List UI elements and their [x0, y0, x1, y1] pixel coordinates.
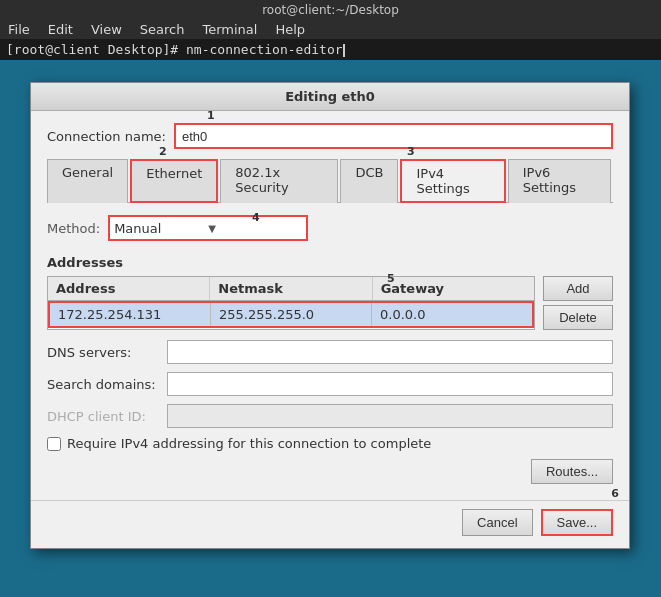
method-label: Method:: [47, 221, 100, 236]
tab-ipv4[interactable]: IPv4 Settings: [400, 159, 505, 203]
method-select[interactable]: Manual ▼: [108, 215, 308, 241]
dns-row: DNS servers:: [47, 340, 613, 364]
menu-search[interactable]: Search: [140, 22, 185, 37]
menu-view[interactable]: View: [91, 22, 122, 37]
menu-edit[interactable]: Edit: [48, 22, 73, 37]
title-bar: root@client:~/Desktop: [0, 0, 661, 20]
tab-8021x[interactable]: 802.1x Security: [220, 159, 338, 203]
menu-terminal[interactable]: Terminal: [202, 22, 257, 37]
tab-ethernet[interactable]: Ethernet: [130, 159, 218, 203]
cell-netmask: 255.255.255.0: [211, 303, 372, 326]
editing-dialog: Editing eth0 1 Connection name: 2 3 Gene…: [30, 82, 630, 549]
dhcp-label: DHCP client ID:: [47, 409, 167, 424]
title-text: root@client:~/Desktop: [262, 3, 399, 17]
tab-ipv6[interactable]: IPv6 Settings: [508, 159, 611, 203]
annotation-2: 2: [159, 145, 167, 158]
checkbox-label: Require IPv4 addressing for this connect…: [67, 436, 431, 451]
annotation-4: 4: [252, 211, 260, 224]
search-row: Search domains:: [47, 372, 613, 396]
routes-row: Routes...: [47, 459, 613, 484]
annotation-6: 6: [611, 487, 619, 500]
terminal-menu: File Edit View Search Terminal Help: [0, 20, 661, 39]
address-buttons: Add Delete: [543, 276, 613, 330]
search-input[interactable]: [167, 372, 613, 396]
dialog-footer: 6 Cancel Save...: [31, 500, 629, 548]
cell-address: 172.25.254.131: [50, 303, 211, 326]
cell-gateway: 0.0.0.0: [372, 303, 532, 326]
method-dropdown-arrow: ▼: [208, 223, 302, 234]
checkbox-row: Require IPv4 addressing for this connect…: [47, 436, 613, 451]
col-netmask: Netmask: [210, 277, 372, 300]
dialog-title: Editing eth0: [31, 83, 629, 111]
tabs-container: 2 3 General Ethernet 802.1x Security DCB…: [47, 159, 613, 203]
ipv4-checkbox[interactable]: [47, 437, 61, 451]
table-header: Address Netmask Gateway: [48, 277, 534, 301]
col-gateway: Gateway: [373, 277, 534, 300]
tab-general[interactable]: General: [47, 159, 128, 203]
addresses-section: 5 Address Netmask Gateway 172.25.254.131…: [47, 276, 613, 330]
menu-help[interactable]: Help: [275, 22, 305, 37]
save-button[interactable]: Save...: [541, 509, 613, 536]
dns-input[interactable]: [167, 340, 613, 364]
connection-name-input[interactable]: [174, 123, 613, 149]
table-row[interactable]: 172.25.254.131 255.255.255.0 0.0.0.0: [48, 301, 534, 328]
dns-label: DNS servers:: [47, 345, 167, 360]
dhcp-input[interactable]: [167, 404, 613, 428]
col-address: Address: [48, 277, 210, 300]
addresses-table: Address Netmask Gateway 172.25.254.131 2…: [47, 276, 535, 330]
delete-button[interactable]: Delete: [543, 305, 613, 330]
routes-button[interactable]: Routes...: [531, 459, 613, 484]
dialog-body: 1 Connection name: 2 3 General Ethernet …: [31, 111, 629, 496]
dhcp-row: DHCP client ID:: [47, 404, 613, 428]
connection-name-label: Connection name:: [47, 129, 166, 144]
annotation-1: 1: [207, 109, 215, 122]
annotation-3: 3: [407, 145, 415, 158]
terminal-command: [root@client Desktop]# nm-connection-edi…: [0, 39, 661, 60]
method-row: 4 Method: Manual ▼: [47, 215, 613, 241]
tab-dcb[interactable]: DCB: [340, 159, 398, 203]
cancel-button[interactable]: Cancel: [462, 509, 532, 536]
add-button[interactable]: Add: [543, 276, 613, 301]
annotation-5: 5: [387, 272, 395, 285]
addresses-label: Addresses: [47, 255, 613, 270]
connection-name-row: Connection name:: [47, 123, 613, 149]
search-label: Search domains:: [47, 377, 167, 392]
menu-file[interactable]: File: [8, 22, 30, 37]
